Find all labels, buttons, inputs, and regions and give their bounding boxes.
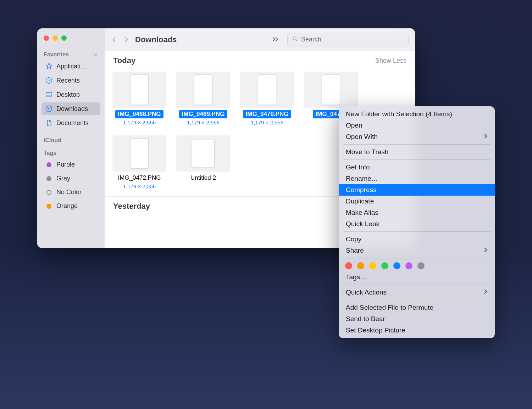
tag-dot-icon <box>46 176 51 181</box>
tag-color-button[interactable] <box>369 262 376 269</box>
menu-item-label: Send to Bear <box>346 315 385 323</box>
tag-dot-icon <box>46 204 51 209</box>
menu-item-label: Make Alias <box>346 209 378 217</box>
chevron-down-icon <box>93 52 98 57</box>
sidebar-label: Desktop <box>56 91 80 99</box>
minimize-button[interactable] <box>52 35 58 41</box>
section-tags[interactable]: Tags <box>41 148 100 157</box>
sidebar-label: Documents <box>56 119 89 127</box>
sidebar-item-recents[interactable]: Recents <box>41 74 100 87</box>
tag-dot-icon <box>46 162 51 167</box>
menu-separator <box>343 144 491 145</box>
show-less-button[interactable]: Show Less <box>375 57 406 65</box>
section-label: Tags <box>44 150 56 156</box>
file-item[interactable]: IMG_0469.PNG1,179 × 2,556 <box>176 72 230 125</box>
menu-item-label: Compress <box>346 186 377 194</box>
search-field[interactable] <box>287 33 409 46</box>
section-favorites[interactable]: Favorites <box>41 49 100 58</box>
tag-label: Purple <box>56 161 75 168</box>
section-label: iCloud <box>44 137 61 144</box>
tag-color-button[interactable] <box>357 262 364 269</box>
sidebar-item-downloads[interactable]: Downloads <box>41 102 100 115</box>
tag-orange[interactable]: Orange <box>41 200 100 212</box>
file-name: IMG_0470.PNG <box>243 110 292 118</box>
file-name: Untitled 2 <box>188 174 219 182</box>
sidebar: Favorites Applicati… Recents Desktop <box>37 28 105 248</box>
svg-point-4 <box>293 37 296 40</box>
menu-item-label: Open <box>346 122 362 129</box>
menu-item-label: Move to Trash <box>346 148 388 156</box>
file-thumbnail <box>176 72 230 108</box>
menu-item[interactable]: Copy <box>339 234 495 245</box>
menu-item-label: Quick Actions <box>346 288 387 296</box>
menu-item[interactable]: Share <box>339 245 495 256</box>
tag-dot-icon <box>46 190 51 195</box>
menu-item[interactable]: Quick Look <box>339 218 495 230</box>
tag-nocolor[interactable]: No Color <box>41 186 100 198</box>
menu-item[interactable]: Open <box>339 120 495 131</box>
file-name: IMG_0472.PNG <box>115 174 164 182</box>
menu-item-label: New Folder with Selection (4 Items) <box>346 110 452 118</box>
file-thumbnail <box>176 135 230 172</box>
menu-item[interactable]: Open With <box>339 131 495 142</box>
menu-item[interactable]: Duplicate <box>339 196 495 207</box>
toolbar-overflow-icon[interactable] <box>272 35 279 44</box>
maximize-button[interactable] <box>61 35 67 41</box>
menu-item[interactable]: Move to Trash <box>339 146 495 158</box>
file-dimensions: 1,179 × 2,556 <box>123 119 156 125</box>
close-button[interactable] <box>44 35 49 41</box>
menu-item[interactable]: Set Desktop Picture <box>339 325 495 336</box>
file-thumbnail <box>240 72 294 108</box>
search-input[interactable] <box>301 36 404 43</box>
tag-color-button[interactable] <box>381 262 388 269</box>
group-title: Yesterday <box>113 202 150 211</box>
tag-purple[interactable]: Purple <box>41 158 100 171</box>
menu-item[interactable]: Rename… <box>339 173 495 184</box>
file-item[interactable]: IMG_0468.PNG1,179 × 2,556 <box>112 72 166 125</box>
tag-color-button[interactable] <box>345 262 352 269</box>
menu-tag-row <box>339 260 495 271</box>
menu-item[interactable]: New Folder with Selection (4 Items) <box>339 108 495 120</box>
back-button[interactable] <box>111 34 117 45</box>
chevron-right-icon <box>484 134 488 140</box>
chevron-right-icon <box>484 289 488 296</box>
menu-item[interactable]: Send to Bear <box>339 313 495 325</box>
clock-icon <box>45 77 53 84</box>
menu-item-label: Rename… <box>346 175 378 183</box>
menu-item-label: Quick Look <box>346 220 379 228</box>
sidebar-item-applications[interactable]: Applicati… <box>41 60 100 73</box>
menu-item[interactable]: Make Alias <box>339 207 495 218</box>
menu-item-label: Tags… <box>346 273 367 281</box>
menu-separator <box>343 159 491 160</box>
chevron-right-icon <box>484 247 488 254</box>
context-menu[interactable]: New Folder with Selection (4 Items)OpenO… <box>339 106 495 338</box>
file-item[interactable]: IMG_0470.PNG1,179 × 2,556 <box>240 72 294 125</box>
section-label: Favorites <box>44 51 69 58</box>
menu-item[interactable]: Get Info <box>339 162 495 173</box>
tag-color-button[interactable] <box>405 262 412 269</box>
tag-gray[interactable]: Gray <box>41 172 100 185</box>
tag-label: No Color <box>56 189 82 196</box>
menu-item[interactable]: Compress <box>339 184 495 196</box>
section-icloud[interactable]: iCloud <box>41 135 100 144</box>
menu-separator <box>343 285 491 285</box>
sidebar-item-documents[interactable]: Documents <box>41 117 100 129</box>
menu-item-label: Open With <box>346 133 378 141</box>
tag-color-button[interactable] <box>393 262 400 269</box>
sidebar-item-desktop[interactable]: Desktop <box>41 88 100 101</box>
tag-color-button[interactable] <box>417 262 425 269</box>
file-item[interactable]: IMG_0472.PNG1,179 × 2,556 <box>112 135 166 189</box>
downloads-icon <box>45 105 53 113</box>
menu-separator <box>343 231 491 232</box>
menu-separator <box>343 258 491 258</box>
desktop-icon <box>45 91 53 99</box>
file-thumbnail <box>112 72 166 108</box>
menu-item[interactable]: Quick Actions <box>339 287 495 298</box>
menu-item[interactable]: Add Selected File to Permute <box>339 302 495 313</box>
file-item[interactable]: Untitled 2 <box>176 135 230 189</box>
menu-item-label: Add Selected File to Permute <box>346 304 433 312</box>
menu-separator <box>343 300 491 300</box>
file-thumbnail <box>304 72 358 108</box>
menu-item[interactable]: Tags… <box>339 271 495 283</box>
forward-button[interactable] <box>123 34 129 45</box>
